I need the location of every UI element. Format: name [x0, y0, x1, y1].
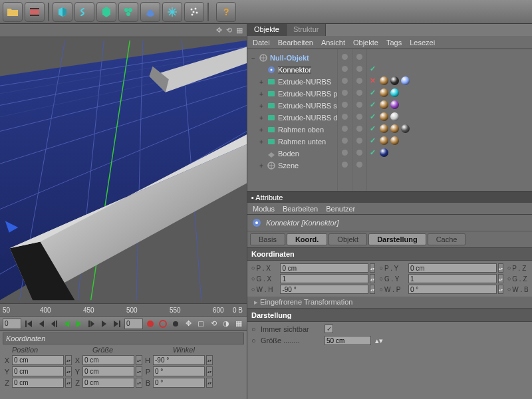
material-tag-icon[interactable] — [401, 124, 410, 133]
coord-field[interactable] — [408, 285, 497, 294]
material-tag-icon[interactable] — [390, 100, 399, 109]
attr-tab-basis[interactable]: Basis — [250, 233, 285, 245]
visibility-dot[interactable] — [342, 66, 348, 72]
spinner-icon[interactable]: ▴▾ — [498, 263, 503, 273]
render-check-icon[interactable]: ✓ — [370, 88, 376, 97]
visibility-dot[interactable] — [342, 138, 348, 144]
render-x-icon[interactable]: ✕ — [370, 76, 376, 85]
tree-expand-icon[interactable]: + — [258, 162, 265, 170]
toolbar-folder-icon[interactable] — [3, 2, 23, 22]
size-field[interactable] — [82, 355, 134, 365]
coord-field[interactable] — [408, 263, 497, 273]
toolbar-cube-icon[interactable] — [53, 2, 72, 22]
tree-item[interactable]: Extrude-NURBS — [278, 78, 331, 86]
spinner-icon[interactable]: ▴▾ — [370, 263, 375, 273]
material-tag-icon[interactable] — [390, 124, 399, 133]
tree-item[interactable]: Null-Objekt — [270, 54, 309, 62]
position-field[interactable] — [12, 355, 64, 365]
attr-menu-mode[interactable]: Modus — [253, 205, 275, 213]
coord-field[interactable] — [280, 263, 368, 273]
spinner-icon[interactable]: ▴▾ — [65, 355, 72, 365]
frame-end-field[interactable]: 0 — [124, 319, 143, 329]
visibility-dot[interactable] — [342, 78, 348, 84]
menu-edit[interactable]: Bearbeiten — [278, 39, 313, 47]
visibility-dot[interactable] — [356, 102, 362, 108]
angle-field[interactable] — [153, 366, 205, 376]
next-key-icon[interactable] — [99, 319, 110, 329]
visibility-dot[interactable] — [356, 54, 362, 60]
record-icon[interactable] — [145, 319, 156, 329]
spinner-icon[interactable]: ▴▾ — [136, 366, 142, 376]
render-check-icon[interactable]: ✓ — [370, 65, 376, 73]
render-check-icon[interactable]: ✓ — [370, 112, 376, 121]
spinner-icon[interactable]: ▴▾ — [65, 366, 72, 376]
material-tag-icon[interactable] — [380, 76, 388, 85]
tree-expand-icon[interactable]: + — [258, 102, 265, 110]
material-tag-icon[interactable] — [390, 112, 399, 121]
render-check-icon[interactable]: ✓ — [370, 136, 376, 145]
section-frozen-transform[interactable]: Eingefrorene Transformation — [247, 297, 532, 309]
menu-file[interactable]: Datei — [253, 39, 270, 47]
visibility-dot[interactable] — [342, 150, 348, 156]
material-tag-icon[interactable] — [380, 88, 388, 97]
size-spinner[interactable]: ▴▾ — [375, 336, 383, 345]
spinner-icon[interactable]: ▴▾ — [136, 378, 142, 388]
render-check-icon[interactable]: ✓ — [370, 124, 376, 133]
tab-objects[interactable]: Objekte — [247, 24, 287, 36]
visibility-dot[interactable] — [356, 90, 362, 96]
tree-item[interactable]: Boden — [278, 150, 299, 158]
toolbar-expand-icon[interactable] — [162, 2, 182, 22]
toolbar-film-icon[interactable] — [25, 2, 45, 22]
tab-structure[interactable]: Struktur — [287, 24, 327, 36]
attr-menu-edit[interactable]: Bearbeiten — [283, 205, 318, 213]
spinner-icon[interactable]: ▴▾ — [498, 285, 503, 294]
attr-tab-koord[interactable]: Koord. — [287, 233, 327, 245]
angle-field[interactable] — [153, 378, 205, 388]
visibility-dot[interactable] — [356, 66, 362, 72]
visibility-dot[interactable] — [356, 126, 362, 132]
tree-item[interactable]: Rahmen unten — [278, 138, 326, 146]
menu-bookmark[interactable]: Lesezei — [410, 39, 435, 47]
tree-expand-icon[interactable]: + — [258, 114, 265, 122]
spinner-icon[interactable]: ▴▾ — [206, 355, 213, 365]
autokey-icon[interactable] — [158, 319, 168, 329]
move-gizmo-icon[interactable]: ✥ — [216, 26, 222, 35]
play-back-icon[interactable] — [61, 319, 72, 329]
toolbar-cluster-icon[interactable] — [118, 2, 138, 22]
material-tag-icon[interactable] — [380, 100, 388, 109]
position-field[interactable] — [12, 378, 64, 388]
toolbar-emitter-icon[interactable] — [184, 2, 204, 22]
material-tag-icon[interactable] — [380, 124, 388, 133]
key-all-icon[interactable] — [170, 319, 181, 329]
tree-item[interactable]: Konnektor — [278, 66, 311, 74]
toolbar-sweep-icon[interactable] — [140, 2, 160, 22]
tree-item[interactable]: Szene — [278, 162, 299, 170]
tree-item[interactable]: Extrude-NURBS p — [278, 90, 337, 98]
toolbar-hexagon-icon[interactable] — [96, 2, 116, 22]
key-pla-icon[interactable]: ▦ — [233, 319, 244, 329]
play-icon[interactable] — [74, 319, 84, 329]
visibility-dot[interactable] — [342, 114, 348, 120]
visibility-dot[interactable] — [356, 138, 362, 144]
size-field[interactable] — [325, 336, 371, 345]
go-end-icon[interactable] — [112, 319, 122, 329]
visibility-dot[interactable] — [356, 114, 362, 120]
material-tag-icon[interactable] — [380, 136, 388, 145]
visibility-dot[interactable] — [356, 78, 362, 84]
coord-field[interactable] — [408, 274, 497, 283]
angle-field[interactable] — [153, 355, 205, 365]
spinner-icon[interactable]: ▴▾ — [136, 355, 142, 365]
attr-tab-darstellung[interactable]: Darstellung — [368, 233, 426, 245]
attr-menu-user[interactable]: Benutzer — [326, 205, 355, 213]
go-start-icon[interactable] — [23, 319, 34, 329]
toolbar-spring-icon[interactable] — [74, 2, 94, 22]
key-param-icon[interactable]: ◑ — [221, 319, 231, 329]
tree-item[interactable]: Extrude-NURBS d — [278, 114, 337, 122]
coord-field[interactable] — [280, 274, 368, 283]
viewport-3d[interactable] — [0, 37, 247, 303]
menu-view[interactable]: Ansicht — [321, 39, 345, 47]
spinner-icon[interactable]: ▴▾ — [370, 274, 375, 283]
coord-field[interactable] — [280, 285, 368, 294]
tree-expand-icon[interactable]: + — [258, 90, 265, 98]
visibility-dot[interactable] — [356, 162, 362, 168]
